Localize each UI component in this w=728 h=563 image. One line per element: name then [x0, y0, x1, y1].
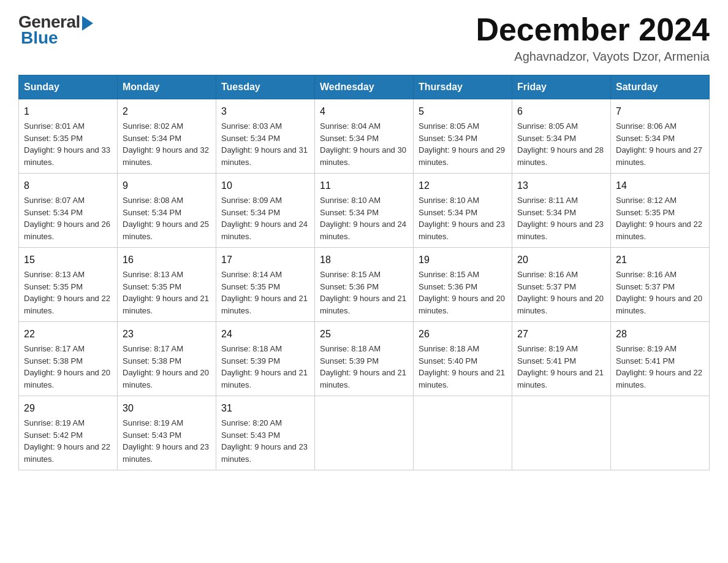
day-number: 14 [616, 178, 704, 193]
calendar-cell: 26 Sunrise: 8:18 AMSunset: 5:40 PMDaylig… [414, 322, 512, 396]
day-number: 21 [616, 253, 704, 267]
calendar-cell: 24 Sunrise: 8:18 AMSunset: 5:39 PMDaylig… [216, 322, 315, 396]
day-info: Sunrise: 8:09 AMSunset: 5:34 PMDaylight:… [221, 196, 308, 241]
calendar-week-row: 1 Sunrise: 8:01 AMSunset: 5:35 PMDayligh… [19, 99, 710, 174]
day-number: 15 [24, 253, 112, 267]
calendar-cell: 20 Sunrise: 8:16 AMSunset: 5:37 PMDaylig… [512, 248, 611, 322]
calendar-cell: 2 Sunrise: 8:02 AMSunset: 5:34 PMDayligh… [118, 99, 216, 174]
day-number: 23 [123, 327, 211, 342]
calendar-cell: 6 Sunrise: 8:05 AMSunset: 5:34 PMDayligh… [512, 99, 611, 174]
day-info: Sunrise: 8:16 AMSunset: 5:37 PMDaylight:… [616, 270, 702, 315]
day-number: 30 [123, 401, 211, 416]
calendar-cell: 1 Sunrise: 8:01 AMSunset: 5:35 PMDayligh… [19, 99, 118, 174]
calendar-cell: 17 Sunrise: 8:14 AMSunset: 5:35 PMDaylig… [216, 248, 315, 322]
day-info: Sunrise: 8:03 AMSunset: 5:34 PMDaylight:… [221, 121, 308, 167]
title-area: December 2024 Aghavnadzor, Vayots Dzor, … [476, 12, 710, 64]
day-number: 1 [24, 104, 112, 119]
calendar-cell: 12 Sunrise: 8:10 AMSunset: 5:34 PMDaylig… [414, 174, 512, 248]
calendar-table: SundayMondayTuesdayWednesdayThursdayFrid… [18, 75, 710, 470]
day-number: 2 [123, 104, 211, 119]
calendar-cell: 13 Sunrise: 8:11 AMSunset: 5:34 PMDaylig… [512, 174, 611, 248]
calendar-cell [611, 396, 710, 470]
calendar-header-row: SundayMondayTuesdayWednesdayThursdayFrid… [19, 75, 710, 99]
calendar-header-wednesday: Wednesday [315, 75, 414, 99]
day-number: 6 [517, 104, 605, 119]
calendar-header-sunday: Sunday [19, 75, 118, 99]
calendar-cell: 19 Sunrise: 8:15 AMSunset: 5:36 PMDaylig… [414, 248, 512, 322]
calendar-cell: 3 Sunrise: 8:03 AMSunset: 5:34 PMDayligh… [216, 99, 315, 174]
day-number: 16 [123, 253, 211, 267]
logo-arrow-icon [82, 16, 93, 31]
calendar-week-row: 8 Sunrise: 8:07 AMSunset: 5:34 PMDayligh… [19, 174, 710, 248]
calendar-cell [315, 396, 414, 470]
day-number: 8 [24, 178, 112, 193]
day-info: Sunrise: 8:04 AMSunset: 5:34 PMDaylight:… [320, 121, 406, 167]
day-number: 11 [320, 178, 408, 193]
calendar-week-row: 22 Sunrise: 8:17 AMSunset: 5:38 PMDaylig… [19, 322, 710, 396]
day-info: Sunrise: 8:15 AMSunset: 5:36 PMDaylight:… [419, 270, 505, 315]
calendar-header-tuesday: Tuesday [216, 75, 315, 99]
day-info: Sunrise: 8:13 AMSunset: 5:35 PMDaylight:… [24, 270, 110, 315]
day-info: Sunrise: 8:10 AMSunset: 5:34 PMDaylight:… [419, 196, 505, 241]
day-number: 5 [419, 104, 507, 119]
calendar-cell: 8 Sunrise: 8:07 AMSunset: 5:34 PMDayligh… [19, 174, 118, 248]
day-info: Sunrise: 8:10 AMSunset: 5:34 PMDaylight:… [320, 196, 406, 241]
calendar-cell: 9 Sunrise: 8:08 AMSunset: 5:34 PMDayligh… [118, 174, 216, 248]
calendar-cell: 15 Sunrise: 8:13 AMSunset: 5:35 PMDaylig… [19, 248, 118, 322]
day-info: Sunrise: 8:16 AMSunset: 5:37 PMDaylight:… [517, 270, 604, 315]
calendar-cell [414, 396, 512, 470]
day-info: Sunrise: 8:06 AMSunset: 5:34 PMDaylight:… [616, 121, 702, 167]
calendar-header-saturday: Saturday [611, 75, 710, 99]
day-info: Sunrise: 8:18 AMSunset: 5:39 PMDaylight:… [221, 344, 308, 389]
day-info: Sunrise: 8:18 AMSunset: 5:40 PMDaylight:… [419, 344, 505, 389]
day-number: 12 [419, 178, 507, 193]
day-info: Sunrise: 8:05 AMSunset: 5:34 PMDaylight:… [419, 121, 505, 167]
day-number: 18 [320, 253, 408, 267]
calendar-cell: 21 Sunrise: 8:16 AMSunset: 5:37 PMDaylig… [611, 248, 710, 322]
logo-blue-text: Blue [21, 28, 58, 48]
day-number: 3 [221, 104, 309, 119]
day-number: 28 [616, 327, 704, 342]
calendar-cell: 11 Sunrise: 8:10 AMSunset: 5:34 PMDaylig… [315, 174, 414, 248]
main-title: December 2024 [476, 12, 710, 47]
day-info: Sunrise: 8:19 AMSunset: 5:41 PMDaylight:… [616, 344, 702, 389]
day-info: Sunrise: 8:19 AMSunset: 5:41 PMDaylight:… [517, 344, 604, 389]
calendar-cell: 18 Sunrise: 8:15 AMSunset: 5:36 PMDaylig… [315, 248, 414, 322]
day-info: Sunrise: 8:18 AMSunset: 5:39 PMDaylight:… [320, 344, 406, 389]
calendar-header-friday: Friday [512, 75, 611, 99]
day-number: 24 [221, 327, 309, 342]
day-number: 17 [221, 253, 309, 267]
day-number: 19 [419, 253, 507, 267]
calendar-header-thursday: Thursday [414, 75, 512, 99]
day-number: 31 [221, 401, 309, 416]
calendar-cell: 7 Sunrise: 8:06 AMSunset: 5:34 PMDayligh… [611, 99, 710, 174]
day-info: Sunrise: 8:17 AMSunset: 5:38 PMDaylight:… [24, 344, 110, 389]
calendar-cell: 25 Sunrise: 8:18 AMSunset: 5:39 PMDaylig… [315, 322, 414, 396]
calendar-cell: 14 Sunrise: 8:12 AMSunset: 5:35 PMDaylig… [611, 174, 710, 248]
calendar-cell: 30 Sunrise: 8:19 AMSunset: 5:43 PMDaylig… [118, 396, 216, 470]
day-info: Sunrise: 8:14 AMSunset: 5:35 PMDaylight:… [221, 270, 308, 315]
calendar-week-row: 15 Sunrise: 8:13 AMSunset: 5:35 PMDaylig… [19, 248, 710, 322]
logo: General Blue [18, 12, 93, 48]
subtitle: Aghavnadzor, Vayots Dzor, Armenia [476, 50, 710, 64]
calendar-header-monday: Monday [118, 75, 216, 99]
day-number: 25 [320, 327, 408, 342]
day-info: Sunrise: 8:07 AMSunset: 5:34 PMDaylight:… [24, 196, 110, 241]
calendar-cell: 27 Sunrise: 8:19 AMSunset: 5:41 PMDaylig… [512, 322, 611, 396]
day-number: 10 [221, 178, 309, 193]
day-number: 9 [123, 178, 211, 193]
calendar-week-row: 29 Sunrise: 8:19 AMSunset: 5:42 PMDaylig… [19, 396, 710, 470]
day-number: 13 [517, 178, 605, 193]
day-number: 29 [24, 401, 112, 416]
day-info: Sunrise: 8:19 AMSunset: 5:42 PMDaylight:… [24, 418, 110, 464]
day-info: Sunrise: 8:20 AMSunset: 5:43 PMDaylight:… [221, 418, 308, 464]
calendar-cell: 28 Sunrise: 8:19 AMSunset: 5:41 PMDaylig… [611, 322, 710, 396]
day-number: 26 [419, 327, 507, 342]
page-header: General Blue December 2024 Aghavnadzor, … [18, 12, 710, 64]
calendar-cell: 29 Sunrise: 8:19 AMSunset: 5:42 PMDaylig… [19, 396, 118, 470]
day-info: Sunrise: 8:17 AMSunset: 5:38 PMDaylight:… [123, 344, 209, 389]
calendar-cell [512, 396, 611, 470]
day-info: Sunrise: 8:08 AMSunset: 5:34 PMDaylight:… [123, 196, 209, 241]
day-info: Sunrise: 8:12 AMSunset: 5:35 PMDaylight:… [616, 196, 702, 241]
day-number: 7 [616, 104, 704, 119]
